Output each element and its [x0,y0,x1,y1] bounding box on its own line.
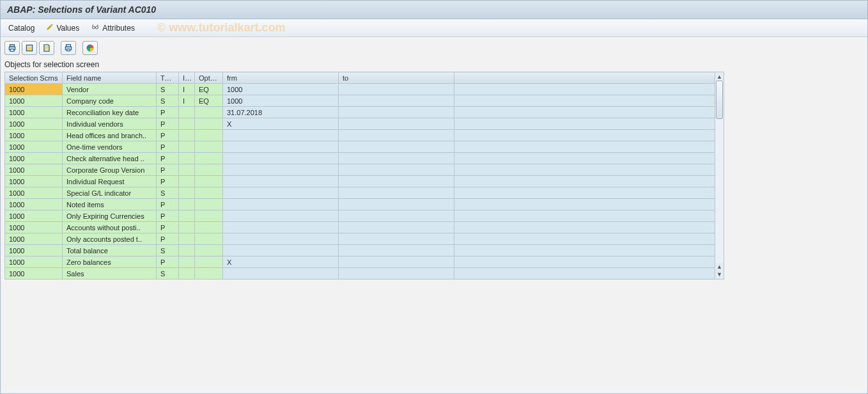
cell-field-name[interactable]: Check alternative head .. [63,153,157,164]
cell-ie[interactable] [179,107,195,118]
cell-scrn[interactable]: 1000 [5,141,63,153]
cell-from[interactable] [223,222,339,233]
scroll-track[interactable] [715,81,724,263]
cell-scrn[interactable]: 1000 [5,187,63,199]
cell-scrn[interactable]: 1000 [5,233,63,245]
table-row[interactable]: 1000Company codeSIEQ1000 [5,95,715,107]
cell-from[interactable] [223,141,339,153]
print-button[interactable] [4,41,20,55]
cell-from[interactable] [223,153,339,164]
cell-to[interactable] [339,187,454,199]
cell-to[interactable] [339,176,454,187]
cell-to[interactable] [339,84,454,95]
cell-ie[interactable] [179,118,195,130]
cell-from[interactable]: 31.07.2018 [223,107,339,118]
cell-from[interactable] [223,268,339,280]
cell-to[interactable] [339,222,454,233]
cell-option[interactable] [195,153,223,164]
cell-ie[interactable] [179,153,195,164]
cell-field-name[interactable]: Vendor [63,84,157,95]
cell-to[interactable] [339,118,454,130]
cell-scrn[interactable]: 1000 [5,256,63,268]
cell-ie[interactable] [179,245,195,256]
cell-to[interactable] [339,141,454,153]
cell-type[interactable]: S [157,95,179,107]
cell-from[interactable]: 1000 [223,95,339,107]
cell-to[interactable] [339,256,454,268]
table-row[interactable]: 1000Corporate Group VersionP [5,164,715,176]
table-row[interactable]: 1000Accounts without posti..P [5,222,715,233]
table-row[interactable]: 1000One-time vendorsP [5,141,715,153]
cell-option[interactable] [195,210,223,222]
cell-from[interactable] [223,164,339,176]
cell-ie[interactable] [179,176,195,187]
cell-scrn[interactable]: 1000 [5,210,63,222]
cell-field-name[interactable]: Sales [63,268,157,280]
cell-field-name[interactable]: Individual Request [63,176,157,187]
cell-ie[interactable] [179,164,195,176]
save-button[interactable] [39,41,54,55]
cell-option[interactable] [195,222,223,233]
cell-field-name[interactable]: Only Expiring Currencies [63,210,157,222]
cell-from[interactable] [223,233,339,245]
cell-option[interactable] [195,187,223,199]
cell-to[interactable] [339,245,454,256]
cell-type[interactable]: P [157,164,179,176]
cell-option[interactable] [195,118,223,130]
cell-type[interactable]: S [157,268,179,280]
scroll-down-icon-2[interactable]: ▼ [717,271,722,278]
cell-type[interactable]: S [157,187,179,199]
cell-type[interactable]: P [157,118,179,130]
cell-type[interactable]: P [157,153,179,164]
cell-from[interactable] [223,187,339,199]
cell-scrn[interactable]: 1000 [5,130,63,141]
table-row[interactable]: 1000VendorSIEQ1000 [5,84,715,95]
cell-ie[interactable] [179,130,195,141]
cell-option[interactable] [195,256,223,268]
col-option[interactable]: Option [195,72,223,84]
col-selection-screens[interactable]: Selection Scrns [5,72,63,84]
cell-option[interactable] [195,141,223,153]
table-row[interactable]: 1000SalesS [5,268,715,280]
cell-ie[interactable] [179,187,195,199]
cell-scrn[interactable]: 1000 [5,118,63,130]
scroll-thumb[interactable] [716,81,723,119]
scroll-down-icon[interactable]: ▲ [717,263,722,271]
cell-option[interactable] [195,164,223,176]
cell-from[interactable]: 1000 [223,84,339,95]
table-row[interactable]: 1000Check alternative head ..P [5,153,715,164]
vertical-scrollbar[interactable]: ▲ ▲ ▼ [715,72,724,280]
cell-from[interactable]: X [223,118,339,130]
cell-option[interactable] [195,199,223,210]
cell-scrn[interactable]: 1000 [5,153,63,164]
cell-field-name[interactable]: Special G/L indicator [63,187,157,199]
cell-field-name[interactable]: Only accounts posted t.. [63,233,157,245]
cell-scrn[interactable]: 1000 [5,222,63,233]
cell-field-name[interactable]: Head offices and branch.. [63,130,157,141]
cell-field-name[interactable]: Reconciliation key date [63,107,157,118]
table-row[interactable]: 1000Noted itemsP [5,199,715,210]
cell-to[interactable] [339,130,454,141]
cell-to[interactable] [339,199,454,210]
cell-type[interactable]: P [157,199,179,210]
cell-field-name[interactable]: Zero balances [63,256,157,268]
table-row[interactable]: 1000Only Expiring CurrenciesP [5,210,715,222]
col-ie[interactable]: I/E [179,72,195,84]
cell-scrn[interactable]: 1000 [5,84,63,95]
cell-type[interactable]: P [157,222,179,233]
cell-to[interactable] [339,210,454,222]
cell-ie[interactable] [179,256,195,268]
cell-to[interactable] [339,153,454,164]
cell-ie[interactable]: I [179,95,195,107]
cell-type[interactable]: P [157,130,179,141]
cell-type[interactable]: P [157,141,179,153]
cell-ie[interactable] [179,141,195,153]
selection-table[interactable]: Selection Scrns Field name Type I/E Opti… [4,72,715,280]
cell-from[interactable] [223,210,339,222]
cell-option[interactable] [195,107,223,118]
cell-from[interactable] [223,199,339,210]
cell-scrn[interactable]: 1000 [5,199,63,210]
cell-ie[interactable] [179,210,195,222]
cell-scrn[interactable]: 1000 [5,164,63,176]
cell-scrn[interactable]: 1000 [5,268,63,280]
